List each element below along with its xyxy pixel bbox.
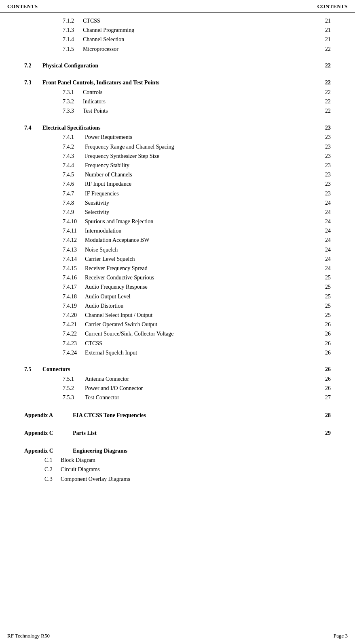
toc-item-7-4-14: 7.4.14Carrier Level Squelch 24 [24,255,331,264]
toc-item-7-4-6: 7.4.6RF Input Impedance 23 [24,180,331,189]
toc-section-7-2: 7.2Physical Configuration 22 [24,61,331,70]
toc-item-7-3-2: 7.3.2Indicators 22 [24,97,331,106]
toc-item-7-4-16: 7.4.16Receiver Conductive Spurious 25 [24,273,331,282]
toc-item-7-4-15: 7.4.15Receiver Frequency Spread 24 [24,264,331,273]
toc-item-7-4-2: 7.4.2Frequency Range and Channel Spacing… [24,143,331,151]
toc-item-7-4-23: 7.4.23CTCSS 26 [24,339,331,348]
toc-item-7-1-3: 7.1.3Channel Programming 21 [24,26,331,35]
toc-appendix-c-parts: Appendix CParts List 29 [24,429,331,438]
toc-item-7-4-12: 7.4.12Modulation Acceptance BW 24 [24,236,331,245]
toc-item-7-5-3: 7.5.3Test Connector 27 [24,393,331,402]
toc-content: 7.1.2CTCSS 21 7.1.3Channel Programming 2… [0,17,355,508]
toc-item-7-3-1: 7.3.1Controls 22 [24,88,331,97]
toc-item-7-3-3: 7.3.3Test Points 22 [24,107,331,115]
toc-item-7-4-22: 7.4.22Current Source/Sink, Collector Vol… [24,329,331,338]
toc-item-7-4-21: 7.4.21Carrier Operated Switch Output 26 [24,320,331,329]
toc-item-7-4-9: 7.4.9Selectivity 24 [24,208,331,217]
toc-item-7-4-8: 7.4.8Sensitivity 24 [24,199,331,208]
toc-appendix-a: Appendix AEIA CTCSS Tone Frequencies 28 [24,411,331,420]
toc-item-7-4-3: 7.4.3Frequency Synthesizer Step Size 23 [24,152,331,161]
header-right: CONTENTS [317,3,348,10]
toc-appendix-c-eng: Appendix CEngineering Diagrams [24,447,331,455]
toc-section-7-4: 7.4Electrical Specifications 23 [24,124,331,132]
toc-item-7-1-5: 7.1.5Microprocessor 22 [24,45,331,54]
footer-right: Page 3 [334,633,348,639]
toc-section-7-5: 7.5Connectors 26 [24,365,331,374]
footer-left: RF Technology R50 [7,633,50,639]
toc-item-7-4-24: 7.4.24External Squelch Input 26 [24,348,331,357]
toc-item-7-4-1: 7.4.1Power Requirements 23 [24,133,331,142]
toc-item-7-1-4: 7.1.4Channel Selection 21 [24,35,331,44]
toc-item-7-4-5: 7.4.5Number of Channels 23 [24,170,331,179]
toc-item-7-4-19: 7.4.19Audio Distortion 25 [24,302,331,310]
toc-item-7-4-13: 7.4.13Noise Squelch 24 [24,245,331,254]
toc-item-7-4-20: 7.4.20Channel Select Input / Output 25 [24,311,331,320]
header-left: CONTENTS [7,3,38,10]
toc-item-7-4-4: 7.4.4Frequency Stability 23 [24,161,331,170]
page-header: CONTENTS CONTENTS [0,0,355,13]
toc-item-c2: C.2Circuit Diagrams [24,465,331,474]
toc-item-7-4-18: 7.4.18Audio Output Level 25 [24,292,331,301]
toc-section-7-3: 7.3Front Panel Controls, Indicators and … [24,78,331,87]
toc-item-7-1-2: 7.1.2CTCSS 21 [24,17,331,25]
toc-item-7-4-11: 7.4.11Intermodulation 24 [24,227,331,235]
toc-item-c3: C.3Component Overlay Diagrams [24,475,331,484]
toc-item-c1: C.1Block Diagram [24,456,331,465]
toc-item-7-5-2: 7.5.2Power and I/O Connector 26 [24,384,331,393]
toc-item-7-4-7: 7.4.7IF Frequencies 23 [24,189,331,198]
page-footer: RF Technology R50 Page 3 [0,630,355,639]
toc-item-7-4-17: 7.4.17Audio Frequency Response 25 [24,283,331,292]
toc-item-7-4-10: 7.4.10Spurious and Image Rejection 24 [24,217,331,226]
toc-item-7-5-1: 7.5.1Antenna Connector 26 [24,375,331,384]
